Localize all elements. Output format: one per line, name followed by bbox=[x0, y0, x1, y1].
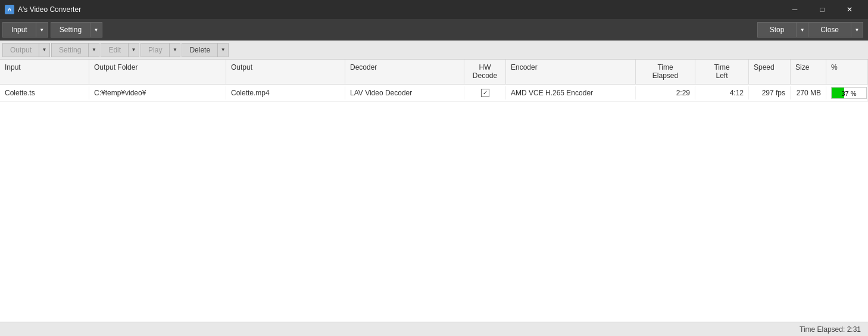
t2-setting-dropdown-button[interactable]: ▼ bbox=[89, 43, 99, 57]
edit-button[interactable]: Edit bbox=[101, 43, 129, 57]
td-hw-decode: ✓ bbox=[464, 86, 506, 99]
play-button-group: Play ▼ bbox=[140, 43, 180, 57]
table-header: Input Output Folder Output Decoder HW De… bbox=[0, 60, 868, 85]
title-bar: A A's Video Converter ─ □ ✕ bbox=[0, 0, 868, 19]
th-output-folder: Output Folder bbox=[89, 60, 226, 84]
setting-button[interactable]: Setting bbox=[51, 22, 90, 38]
t2-setting-button-group: Setting ▼ bbox=[51, 43, 99, 57]
td-time-elapsed: 2:29 bbox=[636, 86, 695, 99]
main-content: Input Output Folder Output Decoder HW De… bbox=[0, 60, 868, 322]
progress-text: 37 % bbox=[832, 88, 866, 99]
setting-button-group: Setting ▼ bbox=[51, 22, 102, 38]
td-time-left: 4:12 bbox=[695, 86, 749, 99]
table-row[interactable]: Colette.ts C:¥temp¥video¥ Colette.mp4 LA… bbox=[0, 85, 868, 102]
output-dropdown-button[interactable]: ▼ bbox=[39, 43, 50, 57]
stop-close-group: Stop ▼ Close ▼ bbox=[757, 22, 863, 38]
title-bar-controls: ─ □ ✕ bbox=[781, 0, 863, 19]
checkbox-icon: ✓ bbox=[481, 89, 489, 97]
table-body: Colette.ts C:¥temp¥video¥ Colette.mp4 LA… bbox=[0, 85, 868, 322]
stop-dropdown-button[interactable]: ▼ bbox=[797, 22, 808, 38]
delete-button-group: Delete ▼ bbox=[182, 43, 229, 57]
th-input: Input bbox=[0, 60, 89, 84]
delete-button[interactable]: Delete bbox=[182, 43, 218, 57]
td-size: 270 MB bbox=[791, 86, 826, 99]
output-button[interactable]: Output bbox=[2, 43, 39, 57]
play-dropdown-button[interactable]: ▼ bbox=[170, 43, 180, 57]
stop-button[interactable]: Stop bbox=[757, 22, 797, 38]
toolbar2: Output ▼ Setting ▼ Edit ▼ Play ▼ Delete … bbox=[0, 41, 868, 60]
close-action-button[interactable]: Close bbox=[808, 22, 851, 38]
th-time-left: Time Left bbox=[695, 60, 749, 84]
th-size: Size bbox=[791, 60, 826, 84]
hw-decode-checkbox: ✓ bbox=[469, 89, 501, 97]
th-hw-decode: HW Decode bbox=[464, 60, 506, 84]
window-close-button[interactable]: ✕ bbox=[836, 0, 863, 19]
play-button[interactable]: Play bbox=[140, 43, 170, 57]
th-speed: Speed bbox=[749, 60, 791, 84]
td-encoder: AMD VCE H.265 Encoder bbox=[506, 86, 636, 99]
edit-button-group: Edit ▼ bbox=[101, 43, 139, 57]
td-speed: 297 fps bbox=[749, 86, 791, 99]
edit-dropdown-button[interactable]: ▼ bbox=[129, 43, 139, 57]
th-encoder: Encoder bbox=[506, 60, 636, 84]
title-bar-left: A A's Video Converter bbox=[5, 5, 81, 14]
th-percent: % bbox=[826, 60, 868, 84]
input-button-group: Input ▼ bbox=[2, 22, 48, 38]
td-output-folder: C:¥temp¥video¥ bbox=[89, 86, 226, 99]
close-action-dropdown-button[interactable]: ▼ bbox=[851, 22, 863, 38]
app-title: A's Video Converter bbox=[18, 5, 81, 14]
progress-bar: 37 % bbox=[831, 87, 867, 99]
th-decoder: Decoder bbox=[345, 60, 464, 84]
status-time-elapsed: Time Elapsed: 2:31 bbox=[800, 325, 861, 334]
input-dropdown-button[interactable]: ▼ bbox=[36, 22, 48, 38]
td-input: Colette.ts bbox=[0, 86, 89, 99]
input-button[interactable]: Input bbox=[2, 22, 36, 38]
output-button-group: Output ▼ bbox=[2, 43, 50, 57]
th-time-elapsed: Time Elapsed bbox=[636, 60, 695, 84]
toolbar1: Input ▼ Setting ▼ Stop ▼ Close ▼ bbox=[0, 19, 868, 41]
status-bar: Time Elapsed: 2:31 bbox=[0, 322, 868, 336]
setting-dropdown-button[interactable]: ▼ bbox=[90, 22, 102, 38]
app-icon: A bbox=[5, 5, 14, 14]
td-percent: 37 % bbox=[826, 85, 868, 101]
td-decoder: LAV Video Decoder bbox=[345, 86, 464, 99]
delete-dropdown-button[interactable]: ▼ bbox=[218, 43, 229, 57]
maximize-button[interactable]: □ bbox=[808, 0, 836, 19]
td-output: Colette.mp4 bbox=[226, 86, 345, 99]
th-output: Output bbox=[226, 60, 345, 84]
minimize-button[interactable]: ─ bbox=[781, 0, 808, 19]
t2-setting-button[interactable]: Setting bbox=[51, 43, 89, 57]
